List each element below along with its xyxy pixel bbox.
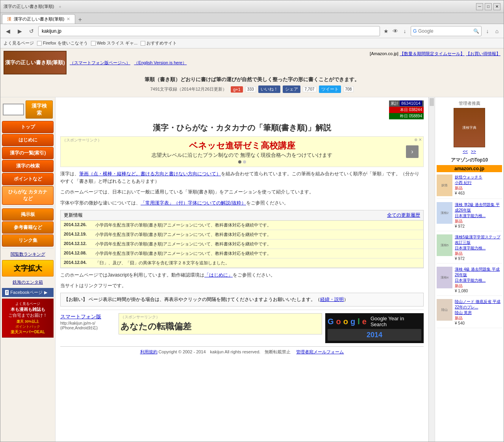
bookmark-star-icon[interactable]: ★ [382,27,390,35]
update-date-4: 2014.12.04. [64,260,95,266]
bookmark-webslice[interactable]: Web スライス ギャ... [91,40,138,46]
counter-total-label: 累計 [391,101,398,106]
sidebar-top[interactable]: トップ [2,121,54,133]
sub-link[interactable]: 鉄海のエンタ箱 [0,278,55,286]
amazon-item-1: 漢検2 漢検 準2級 過去問題集 平成26年版日本漢字能力検... 新品 ¥ 9… [437,202,502,231]
tab-close-icon[interactable]: ✕ [67,17,70,22]
window-controls: ─ □ ✕ [476,3,500,10]
sidebar-intro[interactable]: はじめに [2,134,54,146]
scrollbar-thumb[interactable] [430,98,434,106]
amazon-item-title-1[interactable]: 漢検 準2級 過去問題集 平成26年版日本漢字能力検... [455,202,502,219]
ad-dot-1[interactable] [238,160,241,163]
gplus-button[interactable]: g+1 [231,86,243,93]
intro-link[interactable]: 「はじめに」 [204,272,233,278]
url-bar[interactable] [38,26,380,36]
header-tagline: 筆順（書き順）どおりに書けば筆の運びが自然で美しく整った字の形に書くことができま… [4,76,500,83]
tweet-button[interactable]: ツイート [319,85,341,93]
rakuten-banner[interactable]: よく見るページ 本も漫画も雑誌も ご自宅までお届け！ 楽天 30%以上 ポイント… [2,299,54,338]
year-in-search-label: Google Year in Search [371,316,421,327]
amazon-img-text-2: 漢検5 [441,243,448,247]
update-text-1: 小学四年生配当漢字の筆順(書き順)アニメーションについて、教科書体対応を継続中で… [95,232,271,238]
bookmark-icon-1 [37,41,42,46]
job-ad-label: （スポンサーリンク） [120,314,160,320]
minimize-button[interactable]: ─ [476,3,483,10]
admin-mail-link[interactable]: 管理者宛メールフォーム [296,349,344,354]
reader-mode-icon[interactable]: 👁 [391,27,400,35]
home-icon[interactable]: ⌂ [493,27,501,35]
ad-dot-2[interactable] [243,160,246,163]
joyo-link[interactable]: 「常用漢字表」（付）字体についての解説(抜粋） [141,200,246,206]
new-tab-button[interactable]: + [59,4,61,9]
main-scrollbar[interactable] [428,97,435,442]
ad-title: ベネッセ進研ゼミ高校講座 [64,140,420,152]
amazon-info-link[interactable]: 【お買い得情報】 [466,51,500,56]
amazon-item-3: 漢検4 漢検 4級 過去問題集 平成26年版日本漢字能力検... 新品 ¥ 1,… [437,267,502,296]
bookmarks-bar: よく見るページ Firefox を使いこなそう Web スライス ギャ... お… [0,38,504,48]
hitstroke-link[interactable]: 筆画（点・横棒・縦棒など。書ける方向と書けない方向について） [79,171,221,176]
book-prev-link[interactable]: << [463,149,468,154]
facebook-page-button[interactable]: f Facebookページ ▶ [2,288,54,297]
sidebar-links[interactable]: リンク集 [2,234,54,247]
google-year-visual: 2014 [328,329,421,341]
fb-share-button[interactable]: シェア [283,85,300,93]
maximize-button[interactable]: □ [485,3,492,10]
sidebar-points[interactable]: ポイントなど [2,173,54,185]
amazon-item-title-3[interactable]: 漢検 4級 過去問題集 平成26年版日本漢字能力検... [455,267,502,283]
search-icon[interactable]: 🔍 [473,28,479,34]
smartphone-link-bottom[interactable]: スマートフォン版 [60,313,115,320]
rakuten-line5: ポイントバック [4,324,52,329]
keii-link[interactable]: 経緯・説明 [320,297,344,302]
header-links: （スマートフォン版ページへ） （English Version is here） [70,60,187,66]
terms-link[interactable]: 利用規約 [140,349,158,354]
kanji-search-button[interactable]: 漢字検索 [26,100,53,119]
header-left: 漢字の正しい書き順(筆順) （スマートフォン版ページへ） （English Ve… [4,51,187,74]
sidebar-refs[interactable]: 参考書籍など [2,221,54,234]
book-nav: << >> [437,149,502,154]
new-tab-button[interactable]: + [75,16,85,24]
downloads-icon[interactable]: ↓ [483,27,492,35]
amazon-sale-link[interactable]: 【数量＆期間限定タイムセール】 [400,51,465,56]
bookmark-recommended[interactable]: おすすめサイト [141,40,177,46]
sidebar-search[interactable]: 漢字の検索 [2,160,54,172]
amazon-item-img-4: 陸山 [437,299,452,321]
amazon-item-title-4[interactable]: 陸山ノード 徹底反省 平成22年のプレ...陸山 英房 [455,299,502,316]
search-bar-container: G 🔍 [411,26,482,36]
english-link[interactable]: （English Version is here） [134,60,187,65]
sidebar-list[interactable]: 漢字の一覧(索引) [2,147,54,159]
sidebar-kana[interactable]: ひらがな カタカナ など [2,186,54,205]
ad-close-button[interactable]: ⊗ ✕ [414,137,422,142]
download-icon[interactable]: ↓ [400,27,409,35]
book-next-link[interactable]: >> [471,149,476,154]
amazon-item-title-2[interactable]: 漢検5級漢字学習ステップ 改訂三版日本漢字能力検... [455,234,502,251]
nav-bar: ◀ ▶ ↺ ★ 👁 ↓ G 🔍 ↓ ⌂ [0,24,504,38]
amazon-item-cond-4: 新品 [455,316,502,321]
smartphone-link[interactable]: （スマートフォン版ページへ） [70,60,130,65]
amazon-item-4: 陸山 陸山ノード 徹底反省 平成22年のプレ...陸山 英房 新品 ¥ 540 [437,299,502,328]
update-info: 7491文字収録（2014年12月26日更新） [150,86,227,92]
amazon-item-info-3: 漢検 4級 過去問題集 平成26年版日本漢字能力検... 新品 ¥ 1,080 [455,267,502,293]
counters: 累計 86341014 本日 038244 昨日 058894 [389,100,424,119]
bookmark-firefox[interactable]: Firefox を使いこなそう [37,40,88,46]
amazon-item-title-0[interactable]: 妖怪ウォッチ５小西 紀行 [455,175,482,186]
bookmark-visited[interactable]: よく見るページ [4,40,34,46]
big-text-button[interactable]: 文字拡大 [2,260,54,277]
update-date-0: 2014.12.26. [64,222,95,228]
search-input[interactable] [411,26,482,36]
active-tab[interactable]: 漢 漢字の正しい書き順(筆順) ✕ [2,14,75,24]
back-button[interactable]: ◀ [3,26,13,36]
year-visual-text: 2014 [367,331,382,339]
update-all-link[interactable]: 全ての更新履歴 [387,212,420,219]
tab-bar: 漢 漢字の正しい書き順(筆順) ✕ + [0,13,504,24]
update-item-2: 2014.12.12. 小学四年生配当漢字の筆順(書き順)アニメーションについて… [61,240,423,249]
google-year-search-ad[interactable]: G o o g l e Google Year in Search 2014 [325,313,424,343]
close-button[interactable]: ✕ [493,3,500,10]
reload-button[interactable]: ↺ [26,26,37,36]
sidebar-board[interactable]: 掲示板 [2,208,54,221]
ad-next-arrow[interactable]: › [406,145,419,158]
amazon-item-img-1: 漢検2 [437,202,452,224]
ranking-link[interactable]: 閲覧数ランキング [0,250,55,258]
forward-button[interactable]: ▶ [15,26,25,36]
fb-like-button[interactable]: いいね！ [258,85,280,93]
main-content-area: 累計 86341014 本日 038244 昨日 058894 漢字・ひ [56,97,428,442]
kanji-input[interactable] [3,104,24,115]
